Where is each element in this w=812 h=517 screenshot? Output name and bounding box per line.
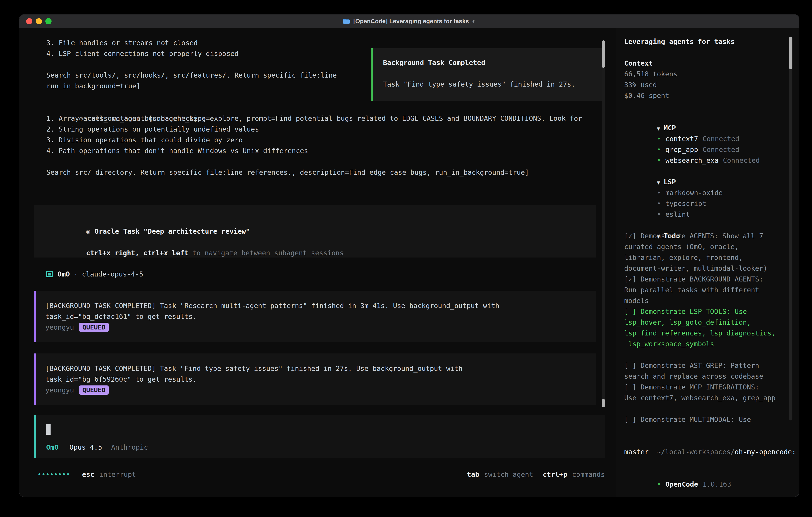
bullet-icon: • (657, 199, 661, 208)
context-tokens: 66,518 tokens (624, 69, 800, 79)
status-badge: QUEUED (79, 323, 109, 332)
bullet-icon: • (657, 135, 661, 143)
minimize-window-button[interactable] (36, 18, 42, 24)
todo-line: search and replace across codebase (624, 371, 800, 382)
workspace-path: ~/local-workspaces/oh-my-opencode: (624, 436, 800, 446)
background-task-toast: Background Task Completed Task "Find typ… (371, 48, 605, 101)
opencode-version-row: •OpenCode1.0.163 (624, 468, 800, 479)
composer-agent: OmO (46, 442, 58, 453)
blank-line (383, 68, 605, 79)
lsp-heading-label: LSP (664, 178, 676, 186)
todo-item: [ ] Demonstrate MULTIMODAL: Use (624, 414, 800, 425)
oracle-icon: ◉ (86, 227, 90, 235)
oracle-hint: ctrl+x right, ctrl+x left to navigate be… (45, 237, 596, 247)
bullet-icon: • (657, 189, 661, 197)
todo-line: curated agents (OmO, oracle, (624, 241, 800, 252)
todo-line: models (624, 295, 800, 306)
oracle-title-line: ◉Oracle Task "Deep architecture review" (45, 215, 596, 226)
collapse-arrow-icon: ▼ (657, 180, 660, 186)
commands-key-label: commands (572, 469, 605, 480)
terminal-window: [OpenCode] Leveraging agents for tasks ◐… (19, 14, 800, 497)
oracle-task-panel: ◉Oracle Task "Deep architecture review" … (34, 205, 596, 257)
todo-line: lsp_hover, lsp_goto_definition, (624, 317, 800, 328)
todo-line: lsp_workspace_symbols (624, 338, 800, 349)
todo-line: [ ] Demonstrate MULTIMODAL: Use (624, 414, 800, 425)
tab-key-label: switch agent (484, 469, 533, 480)
main-scrollbar-thumb[interactable] (602, 399, 605, 407)
status-badge: QUEUED (79, 385, 109, 394)
window-title-group: [OpenCode] Leveraging agents for tasks ◐ (343, 18, 475, 25)
sidebar-scrollbar-track[interactable] (789, 36, 792, 420)
bullet-icon: • (657, 480, 661, 488)
esc-key-hint: esc (82, 469, 94, 480)
todo-item: [✓] Demonstrate BACKGROUND AGENTS: Run p… (624, 274, 800, 306)
omo-agent-icon (46, 271, 53, 277)
message-meta: yeongyu QUEUED (46, 322, 596, 333)
blank-line (624, 457, 800, 468)
todo-line: Run parallel tasks with different (624, 284, 800, 295)
window-titlebar[interactable]: [OpenCode] Leveraging agents for tasks ◐ (19, 15, 799, 28)
todo-line: document-writer, multimodal-looker) (624, 263, 800, 274)
main-scrollbar-track[interactable] (602, 40, 605, 407)
blank-line (19, 156, 616, 167)
todo-item: [✓] Demonstrate AGENTS: Show all 7 curat… (624, 230, 800, 274)
lsp-section-header[interactable]: ▼LSP (624, 166, 800, 176)
context-heading: Context (624, 58, 800, 69)
todo-line: [ ] Demonstrate LSP TOOLS: Use (624, 306, 800, 317)
todo-section-header[interactable]: ▼Todo (624, 220, 800, 230)
todo-line: [ ] Demonstrate AST-GREP: Pattern (624, 360, 800, 371)
message-line: task_id="bg_6f59260c" to get results. (46, 374, 596, 385)
todo-line: [✓] Demonstrate BACKGROUND AGENTS: (624, 274, 800, 284)
close-window-button[interactable] (26, 18, 32, 24)
agent-session-header: OmO · claude-opus-4-5 (46, 269, 616, 279)
toast-title: Background Task Completed (383, 57, 605, 68)
oracle-title: Oracle Task "Deep architecture review" (94, 227, 250, 235)
esc-key-label: interrupt (99, 469, 136, 480)
tool-call-item: 4. Path operations that don't handle Win… (19, 145, 616, 156)
collapse-arrow-icon: ▼ (657, 126, 660, 132)
message-meta: yeongyu QUEUED (46, 385, 596, 396)
commands-key-hint: ctrl+p (543, 469, 567, 480)
session-sidebar: Leveraging agents for tasks Context 66,5… (616, 28, 800, 497)
composer-model: Opus 4.5 (69, 442, 102, 453)
main-scrollbar-thumb[interactable] (602, 40, 605, 68)
separator-dot: · (74, 270, 78, 278)
app-name: OpenCode (665, 480, 698, 488)
blank-line (624, 425, 800, 436)
sidebar-scrollbar-thumb[interactable] (789, 36, 792, 70)
background-task-message: [BACKGROUND TASK COMPLETED] Task "Resear… (34, 291, 596, 342)
agent-model: claude-opus-4-5 (82, 270, 143, 278)
bullet-icon: • (657, 156, 661, 164)
todo-item: [ ] Demonstrate AST-GREP: Pattern search… (624, 360, 800, 382)
bullet-icon: • (657, 210, 661, 218)
tool-call-item: 2. String operations on potentially unde… (19, 124, 616, 135)
session-activity-icon: ◐ (472, 18, 475, 24)
tab-key-hint: tab (467, 469, 479, 480)
todo-line: lsp_find_references, lsp_diagnostics, (624, 328, 800, 338)
mcp-section-header[interactable]: ▼MCP (624, 112, 800, 123)
context-used: 33% used (624, 79, 800, 90)
agent-name: OmO (58, 270, 70, 278)
background-task-message: [BACKGROUND TASK COMPLETED] Task "Find t… (34, 353, 596, 405)
chat-main-area: 3. File handles or streams not closed 4.… (19, 28, 616, 497)
traffic-lights (26, 15, 52, 28)
blank-line (624, 101, 800, 112)
todo-line: [ ] Demonstrate MCP INTEGRATIONS: (624, 382, 800, 392)
status-bar: •••••••• esc interrupt tab switch agent … (19, 469, 616, 480)
tool-call-item: 3. Division operations that could divide… (19, 135, 616, 145)
todo-line: Use context7, websearch_exa, grep_app (624, 392, 800, 403)
blank-line (624, 47, 800, 58)
prompt-input[interactable]: OmO Opus 4.5 Anthropic (34, 415, 605, 458)
tool-call-header: ⚙call_omo_agent [subagent_type=explore, … (19, 102, 616, 113)
context-spent: $0.46 spent (624, 90, 800, 101)
hint-keys: ctrl+x right, ctrl+x left (86, 249, 188, 257)
composer-model-row: OmO Opus 4.5 Anthropic (46, 442, 605, 453)
spinner-dots-icon: •••••••• (37, 469, 70, 480)
text-cursor (46, 424, 51, 435)
window-title: [OpenCode] Leveraging agents for tasks (353, 18, 469, 25)
folder-icon (343, 18, 350, 24)
zoom-window-button[interactable] (46, 18, 52, 24)
todo-item: [ ] Demonstrate MCP INTEGRATIONS: Use co… (624, 382, 800, 403)
sidebar-session-title: Leveraging agents for tasks (624, 36, 800, 47)
mcp-heading-label: MCP (664, 124, 676, 132)
